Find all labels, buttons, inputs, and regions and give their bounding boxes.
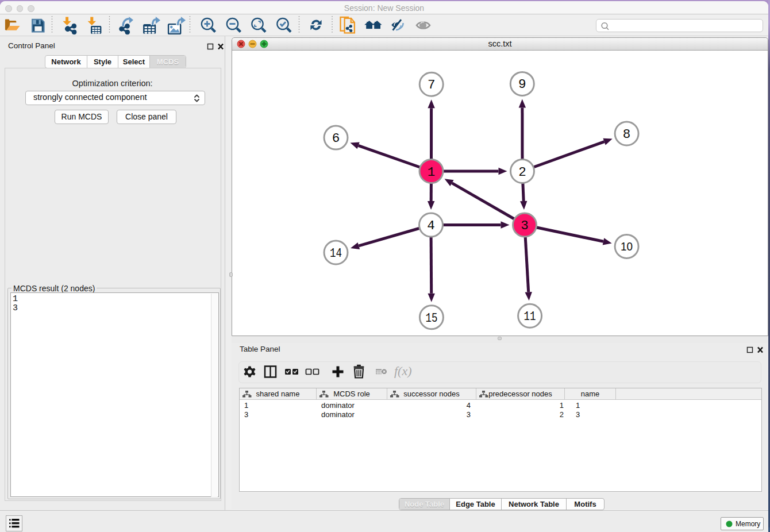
- svg-text:2: 2: [518, 165, 526, 180]
- svg-text:10: 10: [621, 240, 633, 253]
- svg-text:7: 7: [428, 78, 436, 92]
- svg-text:9: 9: [518, 77, 526, 92]
- svg-text:6: 6: [332, 131, 340, 146]
- svg-text:14: 14: [330, 246, 342, 261]
- svg-text:8: 8: [623, 127, 631, 142]
- svg-text:4: 4: [427, 218, 435, 233]
- svg-text:f(x): f(x): [394, 364, 412, 378]
- svg-text:1: 1: [428, 165, 436, 180]
- svg-text:15: 15: [425, 311, 437, 326]
- svg-text:11: 11: [524, 309, 536, 324]
- svg-text:3: 3: [521, 218, 529, 233]
